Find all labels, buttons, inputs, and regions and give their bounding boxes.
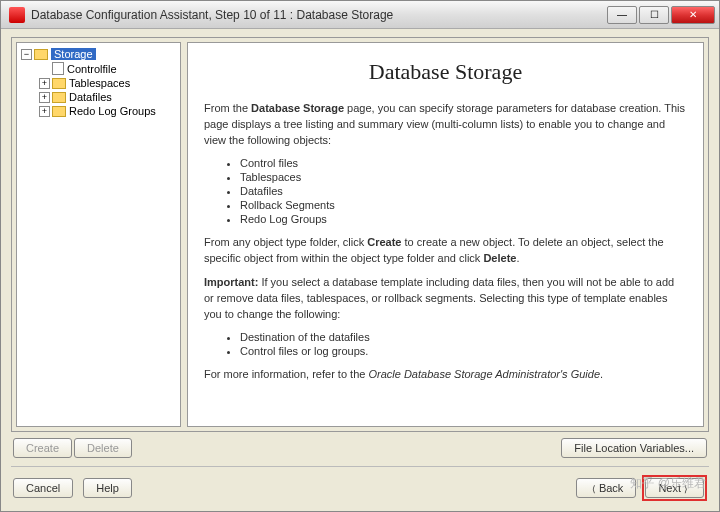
window-title: Database Configuration Assistant, Step 1…: [31, 8, 605, 22]
list-item: Tablespaces: [240, 171, 687, 183]
tree-item-tablespaces[interactable]: + Tablespaces: [37, 76, 178, 90]
titlebar: Database Configuration Assistant, Step 1…: [1, 1, 719, 29]
tree-item-label: Controlfile: [67, 63, 117, 75]
list-item: Control files: [240, 157, 687, 169]
folder-icon: [34, 49, 48, 60]
list-item: Rollback Segments: [240, 199, 687, 211]
document-icon: [52, 62, 64, 75]
folder-icon: [52, 78, 66, 89]
bottom-bar: Cancel Help ⟨Back Next⟩: [11, 466, 709, 505]
tree-item-controlfile[interactable]: Controlfile: [37, 61, 178, 76]
list-item: Datafiles: [240, 185, 687, 197]
intro-paragraph: From the Database Storage page, you can …: [204, 101, 687, 149]
tree-root[interactable]: − Storage: [19, 47, 178, 61]
collapse-icon[interactable]: −: [21, 49, 32, 60]
close-button[interactable]: ✕: [671, 6, 715, 24]
help-button[interactable]: Help: [83, 478, 132, 498]
cancel-button[interactable]: Cancel: [13, 478, 73, 498]
mid-button-row: Create Delete File Location Variables...: [11, 432, 709, 462]
tree-item-label: Tablespaces: [69, 77, 130, 89]
list-item: Control files or log groups.: [240, 345, 687, 357]
more-info-paragraph: For more information, refer to the Oracl…: [204, 367, 687, 383]
create-delete-paragraph: From any object type folder, click Creat…: [204, 235, 687, 267]
back-button[interactable]: ⟨Back: [576, 478, 636, 498]
minimize-button[interactable]: —: [607, 6, 637, 24]
next-button[interactable]: Next⟩: [645, 478, 704, 498]
next-arrow-icon: ⟩: [684, 484, 688, 494]
tree-root-label[interactable]: Storage: [51, 48, 96, 60]
delete-button[interactable]: Delete: [74, 438, 132, 458]
list-item: Redo Log Groups: [240, 213, 687, 225]
folder-icon: [52, 106, 66, 117]
create-button[interactable]: Create: [13, 438, 72, 458]
maximize-button[interactable]: ☐: [639, 6, 669, 24]
tree-item-redolog[interactable]: + Redo Log Groups: [37, 104, 178, 118]
app-icon: [9, 7, 25, 23]
next-highlight: Next⟩: [642, 475, 707, 501]
tree-item-label: Datafiles: [69, 91, 112, 103]
expand-icon[interactable]: +: [39, 92, 50, 103]
important-paragraph: Important: If you select a database temp…: [204, 275, 687, 323]
file-location-variables-button[interactable]: File Location Variables...: [561, 438, 707, 458]
template-list: Destination of the datafiles Control fil…: [240, 331, 687, 357]
tree-item-datafiles[interactable]: + Datafiles: [37, 90, 178, 104]
expand-icon[interactable]: +: [39, 78, 50, 89]
dialog-window: Database Configuration Assistant, Step 1…: [0, 0, 720, 512]
content-area: − Storage Controlfile + Tablespaces +: [1, 29, 719, 511]
list-item: Destination of the datafiles: [240, 331, 687, 343]
expand-icon[interactable]: +: [39, 106, 50, 117]
tree-panel: − Storage Controlfile + Tablespaces +: [16, 42, 181, 427]
body-panel: Database Storage From the Database Stora…: [187, 42, 704, 427]
objects-list: Control files Tablespaces Datafiles Roll…: [240, 157, 687, 225]
window-controls: — ☐ ✕: [605, 6, 715, 24]
tree-item-label: Redo Log Groups: [69, 105, 156, 117]
main-area: − Storage Controlfile + Tablespaces +: [11, 37, 709, 432]
folder-icon: [52, 92, 66, 103]
page-heading: Database Storage: [204, 59, 687, 85]
back-arrow-icon: ⟨: [592, 484, 596, 494]
